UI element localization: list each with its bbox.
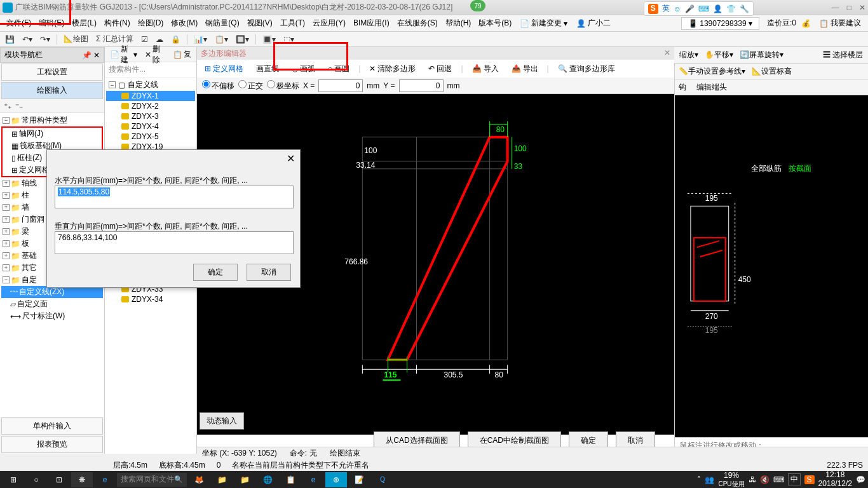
app2-icon[interactable]: 🦊: [188, 472, 210, 487]
import-button[interactable]: 📥导入: [468, 62, 503, 76]
undo-button[interactable]: ↶ 回退: [424, 62, 456, 76]
ime-toolbar[interactable]: S 英 ☺ 🎤 ⌨ 👤 👕 🔧: [644, 1, 754, 16]
x-input[interactable]: [318, 79, 363, 92]
user-button[interactable]: 👤广小二: [572, 16, 615, 30]
list-item[interactable]: ZDYX-5: [106, 132, 195, 142]
ime-keyboard-icon[interactable]: ⌨: [698, 4, 709, 13]
ime-skin-icon[interactable]: 👕: [726, 4, 736, 13]
nav-pin-icon[interactable]: 📌 ✕: [82, 51, 100, 60]
export-button[interactable]: 📤导出: [508, 62, 542, 76]
edge-icon[interactable]: e: [302, 472, 324, 487]
define-grid-button[interactable]: ⊞ 定义网格: [201, 62, 247, 76]
tool-lock-icon[interactable]: 🔒: [168, 34, 183, 45]
expand-all-icon[interactable]: ⁺₊: [4, 102, 11, 111]
tree-axis-grid[interactable]: ⊞ 轴网(J): [3, 128, 102, 140]
app4-icon[interactable]: 🌐: [257, 472, 278, 487]
ref-line-button[interactable]: 📏手动设置参考线▾: [679, 66, 745, 77]
edit-end-button[interactable]: 编辑端头: [696, 82, 727, 93]
list-item[interactable]: ZDYX-2: [106, 101, 195, 111]
tray-keyboard-icon[interactable]: ⌨: [773, 475, 784, 484]
list-item[interactable]: ZDYX-1: [106, 91, 195, 101]
tree-custom-face[interactable]: ▱ 自定义面: [1, 298, 103, 310]
tree-collapse-icon[interactable]: −: [3, 117, 10, 124]
app5-icon[interactable]: 📋: [280, 472, 301, 487]
rotate-tool[interactable]: 🔄屏幕旋转▾: [740, 50, 783, 60]
menu-version[interactable]: 版本号(B): [475, 16, 515, 30]
ime-lang[interactable]: 英: [662, 3, 670, 14]
app8-icon[interactable]: Ｑ: [371, 472, 393, 487]
start-button[interactable]: ⊞: [3, 472, 24, 487]
menu-online[interactable]: 在线服务(S): [393, 16, 442, 30]
cortana-icon[interactable]: ○: [25, 472, 47, 487]
app-active-icon[interactable]: ⊕: [325, 472, 347, 487]
taskview-icon[interactable]: ⊡: [48, 472, 70, 487]
tool-select-icon[interactable]: ⬚▾: [281, 34, 297, 45]
explorer-icon[interactable]: 📁: [211, 472, 233, 487]
menu-rebar[interactable]: 钢筋量(Q): [201, 16, 243, 30]
list-item[interactable]: ZDYX-4: [106, 121, 195, 132]
y-input[interactable]: [399, 79, 444, 92]
sogou-icon[interactable]: S: [648, 4, 658, 14]
hook-button[interactable]: 钩: [679, 82, 690, 93]
selfloor-tool[interactable]: ☰ 选择楼层: [823, 50, 863, 60]
tool-save-icon[interactable]: 💾: [3, 34, 17, 45]
copy-component-button[interactable]: 📋复: [170, 48, 194, 61]
project-settings-button[interactable]: 工程设置: [1, 64, 103, 81]
ie-icon[interactable]: e: [94, 472, 116, 487]
tool-redo-icon[interactable]: ↷▾: [37, 34, 53, 45]
menu-tool[interactable]: 工具(T): [276, 16, 309, 30]
menu-view[interactable]: 视图(V): [243, 16, 276, 30]
report-preview-button[interactable]: 报表预览: [1, 436, 103, 453]
dialog-close-button[interactable]: ✕: [287, 152, 295, 165]
collapse-all-icon[interactable]: ⁻₋: [15, 102, 23, 111]
dynamic-input-button[interactable]: 动态输入: [200, 412, 244, 430]
pan-tool[interactable]: ✋平移▾: [705, 50, 733, 60]
menu-modify[interactable]: 修改(M): [167, 16, 201, 30]
taskbar-search[interactable]: 搜索网页和文件 🔍: [117, 473, 187, 487]
tool-draw[interactable]: 📐绘图: [61, 32, 91, 46]
tray-net-icon[interactable]: 🖧: [749, 475, 756, 484]
mark-height-button[interactable]: 📐设置标高: [752, 66, 792, 77]
system-tray[interactable]: ˄ 👥 19% CPU使用 🖧 🔇 ⌨ 中 S 12:18 2018/12/2 …: [697, 471, 865, 487]
close-button[interactable]: ✕: [859, 3, 865, 12]
phone-display[interactable]: 📱 13907298339 ▾: [681, 17, 759, 30]
radio-no-offset[interactable]: 不偏移: [202, 80, 234, 92]
ime-user-icon[interactable]: 👤: [713, 4, 722, 13]
tray-up-icon[interactable]: ˄: [697, 475, 701, 484]
h-spacing-input[interactable]: 114.5,305.5,80: [55, 186, 294, 208]
single-component-button[interactable]: 单构件输入: [1, 417, 103, 435]
tray-vol-icon[interactable]: 🔇: [760, 475, 770, 484]
menu-cloud[interactable]: 云应用(Y): [309, 16, 349, 30]
minimize-button[interactable]: —: [832, 3, 839, 12]
dialog-ok-button[interactable]: 确定: [193, 264, 238, 281]
ime-mic-icon[interactable]: 🎤: [685, 4, 695, 13]
tray-people-icon[interactable]: 👥: [705, 475, 714, 484]
draw-input-button[interactable]: 绘图输入: [1, 82, 103, 99]
app1-icon[interactable]: ❋: [71, 472, 93, 487]
tray-ime[interactable]: S: [804, 475, 815, 484]
list-root[interactable]: −▢ 自定义线: [106, 79, 195, 91]
list-item[interactable]: ZDYX-3: [106, 111, 195, 121]
v-spacing-input[interactable]: 766.86,33.14,100: [55, 231, 294, 254]
menu-component[interactable]: 构件(N): [100, 16, 134, 30]
clear-polygon-button[interactable]: ✕ 清除多边形: [365, 62, 419, 76]
list-item[interactable]: ZDYX-34: [106, 294, 195, 304]
suggest-button[interactable]: 📋我要建议: [815, 16, 865, 30]
tool-3d-icon[interactable]: 🔳▾: [260, 34, 278, 45]
polygon-editor-close[interactable]: ✕: [664, 48, 670, 58]
radio-polar[interactable]: 极坐标: [267, 80, 299, 92]
new-change-button[interactable]: 📄新建变更▾: [515, 16, 572, 30]
menu-bim[interactable]: BIM应用(I): [349, 16, 393, 30]
tool-view-icon[interactable]: 📊▾: [191, 34, 210, 45]
tree-dimension[interactable]: ⟷ 尺寸标注(W): [1, 310, 103, 322]
ime-emoji-icon[interactable]: ☺: [674, 4, 681, 13]
ime-tool-icon[interactable]: 🔧: [740, 4, 749, 13]
menu-floor[interactable]: 楼层(L): [68, 16, 100, 30]
draw-line-button[interactable]: 画直线: [252, 62, 283, 76]
tray-lang[interactable]: 中: [788, 473, 801, 485]
search-component-input[interactable]: 搜索构件...: [105, 62, 196, 78]
draw-circle-button[interactable]: ○画圆: [324, 62, 353, 76]
maximize-button[interactable]: □: [847, 3, 851, 12]
menu-help[interactable]: 帮助(H): [442, 16, 475, 30]
tool-report-icon[interactable]: 📋▾: [212, 34, 231, 45]
